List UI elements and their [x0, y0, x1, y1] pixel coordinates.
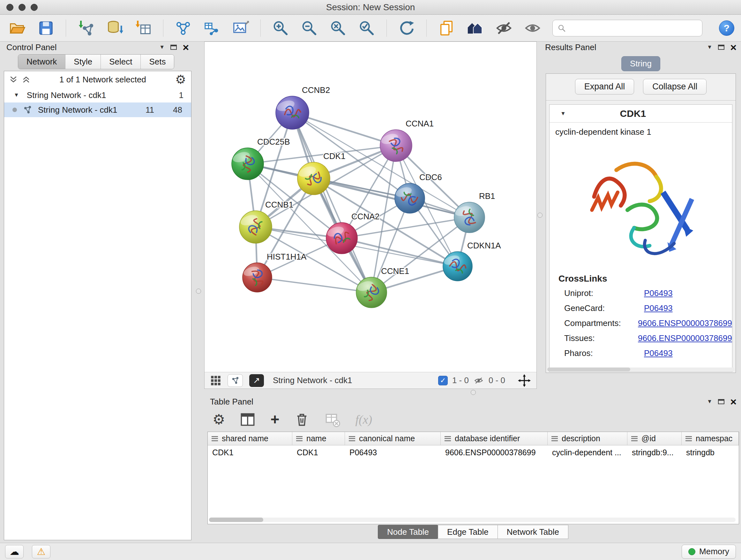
panel-float-icon[interactable]	[171, 45, 177, 50]
right-splitter-handle[interactable]	[537, 212, 542, 218]
network-node-CDC6[interactable]: CDC6	[395, 172, 442, 213]
table-cell[interactable]: stringdb	[682, 445, 739, 459]
scrollbar-thumb[interactable]	[547, 368, 630, 371]
crosslink-link-pharos[interactable]: P06493	[644, 348, 673, 358]
network-type-button[interactable]	[227, 374, 243, 387]
zoom-out-button[interactable]	[300, 19, 318, 37]
gear-icon[interactable]: ⚙	[175, 73, 186, 85]
bottom-splitter-handle[interactable]	[471, 390, 476, 395]
network-node-HIST1H1A[interactable]: HIST1H1A	[243, 252, 307, 292]
crosslink-link-compartments[interactable]: 9606.ENSP00000378699	[638, 318, 732, 328]
apply-layout-button[interactable]	[398, 19, 415, 37]
network-node-CCNA1[interactable]: CCNA1	[380, 119, 434, 162]
scrollbar-thumb[interactable]	[209, 517, 263, 522]
memory-button[interactable]: Memory	[682, 545, 736, 559]
panel-float-icon[interactable]	[718, 399, 724, 404]
hide-selected-button[interactable]	[495, 19, 513, 37]
panel-close-icon[interactable]: ×	[730, 43, 737, 51]
warnings-button[interactable]: ⚠	[32, 545, 51, 558]
panel-float-icon[interactable]	[718, 45, 724, 50]
crosslink-link-tissues[interactable]: 9606.ENSP00000378699	[638, 333, 732, 343]
panel-collapse-icon[interactable]: ▼	[159, 44, 165, 51]
tab-edge-table[interactable]: Edge Table	[438, 525, 498, 539]
protein-structure-image	[574, 143, 708, 268]
network-row-selected[interactable]: String Network - cdk1 11 48	[4, 103, 191, 117]
zoom-in-button[interactable]	[272, 19, 289, 37]
clear-table-button[interactable]	[325, 412, 340, 428]
tab-network[interactable]: Network	[18, 55, 65, 69]
import-network-database-button[interactable]	[106, 19, 124, 37]
import-network-file-button[interactable]	[77, 19, 95, 37]
tab-node-table[interactable]: Node Table	[378, 525, 438, 539]
function-builder-button[interactable]: f(x)	[355, 413, 372, 427]
show-columns-button[interactable]	[240, 412, 256, 428]
tree-caret-icon[interactable]: ▼	[14, 92, 19, 98]
table-cell[interactable]: 9606.ENSP00000378699	[441, 445, 548, 459]
panel-collapse-icon[interactable]: ▼	[707, 398, 712, 405]
column-header-shared-name[interactable]: shared name	[208, 432, 292, 445]
left-splitter-handle[interactable]	[196, 289, 201, 294]
table-cell[interactable]: stringdb:9...	[627, 445, 682, 459]
zoom-fit-button[interactable]	[329, 19, 347, 37]
table-horizontal-scrollbar[interactable]	[209, 517, 736, 522]
network-node-CDC25B[interactable]: CDC25B	[232, 137, 290, 180]
copy-document-button[interactable]	[437, 19, 455, 37]
open-session-button[interactable]	[8, 19, 26, 37]
collapse-all-icon[interactable]	[9, 75, 17, 84]
panel-collapse-icon[interactable]: ▼	[707, 44, 712, 51]
network-node-RB1[interactable]: RB1	[454, 191, 495, 233]
crosslink-link-genecard[interactable]: P06493	[644, 303, 673, 313]
tab-network-table[interactable]: Network Table	[497, 525, 568, 539]
column-header-description[interactable]: description	[548, 432, 627, 445]
network-collection-row[interactable]: ▼ String Network - cdk1 1	[4, 88, 191, 103]
table-settings-gear-icon[interactable]: ⚙	[212, 413, 225, 427]
table-cell[interactable]: CDK1	[292, 445, 345, 459]
memory-status-dot	[688, 548, 695, 555]
tab-select[interactable]: Select	[100, 55, 140, 69]
network-node-CCNE1[interactable]: CCNE1	[356, 266, 409, 308]
cloud-status-button[interactable]: ☁	[5, 545, 23, 558]
show-all-button[interactable]	[524, 19, 542, 37]
selected-indicator-checkbox[interactable]: ✓	[438, 376, 448, 385]
add-column-button[interactable]: +	[270, 412, 279, 427]
column-header-namespac[interactable]: namespac	[682, 432, 739, 445]
collapse-all-button[interactable]: Collapse All	[643, 79, 706, 95]
network-node-CDK1[interactable]: CDK1	[297, 151, 346, 195]
network-graph[interactable]: CCNB2CCNA1CDC25BCDK1CDC6RB1CCNB1CCNA2CDK…	[205, 42, 536, 372]
new-network-button[interactable]	[174, 19, 192, 37]
save-session-button[interactable]	[37, 19, 55, 37]
tab-string[interactable]: String	[621, 56, 660, 71]
crosslink-row: Tissues:9606.ENSP00000378699	[549, 331, 732, 346]
crosslink-link-uniprot[interactable]: P06493	[644, 288, 673, 298]
crosslink-label: Uniprot:	[564, 288, 644, 298]
expand-all-button[interactable]: Expand All	[575, 79, 634, 95]
delete-column-button[interactable]	[294, 412, 310, 428]
column-header-name[interactable]: name	[292, 432, 345, 445]
tab-style[interactable]: Style	[65, 55, 100, 69]
panel-close-icon[interactable]: ×	[730, 397, 737, 406]
results-horizontal-scrollbar[interactable]	[547, 368, 735, 371]
panel-close-icon[interactable]: ×	[183, 43, 189, 51]
birdseye-grid-icon[interactable]	[210, 375, 221, 386]
tab-sets[interactable]: Sets	[140, 55, 174, 69]
first-neighbors-button[interactable]	[466, 19, 484, 37]
column-header-id[interactable]: @id	[627, 432, 682, 445]
column-header-database-identifier[interactable]: database identifier	[441, 432, 548, 445]
search-input[interactable]	[569, 23, 697, 33]
table-cell[interactable]: cyclin-dependent ...	[548, 445, 627, 459]
export-image-button[interactable]	[232, 19, 250, 37]
pan-navigate-icon[interactable]	[518, 374, 531, 387]
table-cell[interactable]: P06493	[345, 445, 441, 459]
zoom-selected-button[interactable]	[358, 19, 376, 37]
window-title: Session: New Session	[0, 2, 741, 12]
network-from-table-button[interactable]	[203, 19, 221, 37]
column-header-canonical-name[interactable]: canonical name	[345, 432, 441, 445]
table-cell[interactable]: CDK1	[208, 445, 292, 459]
help-button[interactable]: ?	[719, 20, 734, 36]
open-in-window-button[interactable]: ↗	[249, 374, 264, 387]
network-node-CDKN1A[interactable]: CDKN1A	[443, 241, 501, 281]
network-node-CCNB1[interactable]: CCNB1	[239, 200, 293, 243]
protein-section-header[interactable]: ▼ CDK1	[549, 105, 732, 123]
import-table-file-button[interactable]	[134, 19, 152, 37]
expand-all-icon[interactable]	[22, 75, 30, 84]
